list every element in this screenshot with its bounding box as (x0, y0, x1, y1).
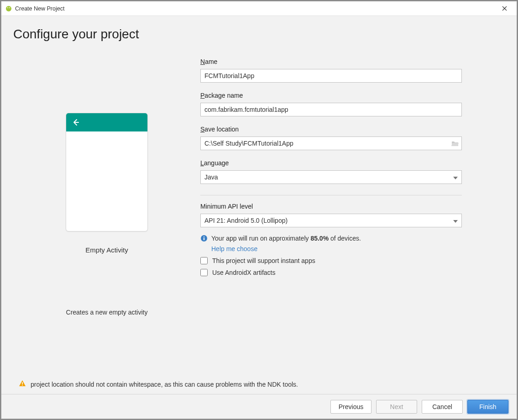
svg-rect-7 (22, 385, 23, 386)
field-save-location: Save location (200, 126, 462, 150)
language-value: Java (204, 173, 218, 181)
api-info: Your app will run on approximately 85.0%… (200, 234, 462, 243)
field-min-api: Minimum API level API 21: Android 5.0 (L… (200, 203, 462, 227)
name-input[interactable] (200, 69, 462, 83)
cancel-button[interactable]: Cancel (422, 400, 463, 414)
field-name: Name (200, 58, 462, 83)
warning-bar: project location should not contain whit… (1, 380, 517, 394)
package-input[interactable] (200, 103, 462, 116)
warning-text: project location should not contain whit… (31, 381, 298, 388)
androidx-checkbox[interactable] (200, 269, 208, 276)
svg-point-0 (6, 6, 11, 11)
svg-rect-6 (22, 382, 23, 384)
info-text: Your app will run on approximately 85.0%… (211, 234, 361, 243)
page-title: Configure your project (13, 27, 505, 42)
app-icon (5, 5, 12, 12)
footer: Previous Next Cancel Finish (1, 394, 517, 419)
titlebar: Create New Project (1, 1, 517, 16)
back-arrow-icon (72, 118, 80, 126)
svg-point-2 (9, 7, 10, 8)
body: Empty Activity Creates a new empty activ… (1, 44, 517, 380)
name-label: Name (200, 58, 462, 65)
language-label: Language (200, 159, 462, 167)
androidx-label: Use AndroidX artifacts (212, 269, 276, 276)
preview-description: Creates a new empty activity (66, 309, 148, 316)
save-location-input[interactable] (200, 136, 462, 150)
min-api-value: API 21: Android 5.0 (Lollipop) (204, 217, 288, 224)
header: Configure your project (1, 16, 517, 44)
min-api-select[interactable]: API 21: Android 5.0 (Lollipop) (200, 214, 462, 227)
save-location-label: Save location (200, 126, 462, 133)
finish-button[interactable]: Finish (467, 400, 508, 414)
browse-folder-icon[interactable] (450, 138, 460, 148)
instant-apps-row[interactable]: This project will support instant apps (200, 257, 462, 264)
separator (200, 195, 462, 195)
info-icon (200, 235, 208, 242)
chevron-down-icon (453, 173, 458, 181)
field-package: Package name (200, 92, 462, 116)
warning-icon (19, 380, 26, 388)
svg-rect-4 (204, 238, 204, 240)
previous-button[interactable]: Previous (330, 400, 371, 414)
svg-point-1 (7, 7, 8, 8)
dialog-window: Create New Project Configure your projec… (1, 1, 517, 419)
field-language: Language Java (200, 159, 462, 184)
androidx-row[interactable]: Use AndroidX artifacts (200, 269, 462, 276)
help-me-choose-link[interactable]: Help me choose (211, 245, 462, 252)
window-title: Create New Project (15, 5, 495, 12)
form-column: Name Package name Save location (200, 58, 462, 380)
package-label: Package name (200, 92, 462, 99)
next-button: Next (376, 400, 417, 414)
activity-preview (66, 113, 148, 231)
instant-apps-label: This project will support instant apps (212, 257, 315, 264)
preview-label: Empty Activity (85, 246, 128, 254)
close-icon[interactable] (495, 2, 514, 16)
preview-appbar (66, 113, 147, 131)
preview-column: Empty Activity Creates a new empty activ… (13, 58, 200, 380)
instant-apps-checkbox[interactable] (200, 257, 208, 264)
min-api-label: Minimum API level (200, 203, 462, 210)
chevron-down-icon (453, 217, 458, 224)
svg-rect-5 (204, 236, 204, 237)
language-select[interactable]: Java (200, 170, 462, 184)
